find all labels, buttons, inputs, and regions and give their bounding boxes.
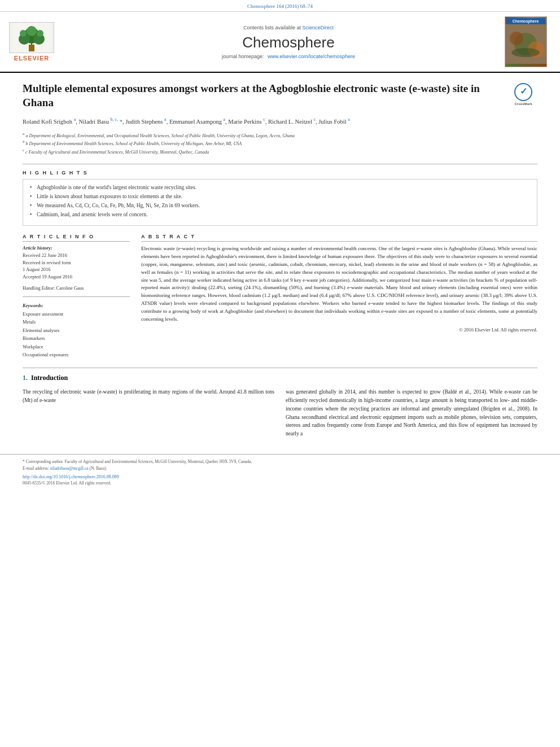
copyright-line: © 2016 Elsevier Ltd. All rights reserved… (141, 327, 537, 333)
svg-point-6 (27, 26, 37, 36)
elsevier-tree-logo (9, 22, 54, 53)
received-revised-label: Received in revised form (23, 259, 130, 267)
svg-point-7 (20, 30, 27, 37)
keywords-label: Keywords: (23, 303, 130, 308)
keywords-group: Keywords: Exposure assessment Metals Ele… (23, 303, 130, 359)
crossmark-badge: ✓ CrossMark (509, 82, 537, 107)
received-date: Received 22 June 2016 (23, 252, 130, 259)
article-title-area: Multiple elemental exposures amongst wor… (23, 82, 537, 110)
authors-line: Roland Kofi Srigboh a, Niladri Basu b, c… (23, 116, 537, 126)
highlight-item-2: Little is known about human exposures to… (30, 193, 530, 200)
journal-cover-image: Chemosphere (505, 16, 547, 67)
abstract-label: A B S T R A C T (141, 234, 537, 242)
highlights-section: H I G H L I G H T S Agbogbloshie is one … (23, 170, 537, 226)
keyword-4: Biomarkers (23, 334, 130, 342)
affiliation-c: c c Faculty of Agricultural and Environm… (23, 147, 537, 156)
affiliations-block: a a Department of Biological, Environmen… (23, 131, 537, 156)
article-info-label: A R T I C L E I N F O (23, 234, 130, 242)
page-footer: * Corresponding author. Faculty of Agric… (0, 454, 560, 492)
crossmark-label: CrossMark (514, 102, 532, 107)
affiliation-a: a a Department of Biological, Environmen… (23, 131, 537, 139)
affiliation-b: b b Department of Environmental Health S… (23, 139, 537, 147)
intro-text-right: was generated globally in 2014, and this… (286, 388, 537, 438)
svg-point-11 (510, 32, 523, 45)
divider-keywords (23, 296, 130, 297)
svg-rect-1 (29, 45, 34, 51)
svg-point-8 (37, 30, 43, 37)
received-revised-date: 1 August 2016 (23, 266, 130, 273)
journal-title: Chemosphere (242, 34, 334, 51)
journal-center-header: Contents lists available at ScienceDirec… (82, 16, 495, 67)
handling-editor-label: Handling Editor: (23, 285, 55, 291)
keyword-6: Occupational exposures (23, 351, 130, 359)
elsevier-logo-area: ELSEVIER (9, 16, 77, 67)
divider-1 (23, 164, 537, 164)
intro-section-number: 1. (23, 374, 28, 382)
accepted-date: Accepted 19 August 2016 (23, 273, 130, 281)
issn-line: 0045-6535/© 2016 Elsevier Ltd. All right… (23, 480, 537, 486)
keyword-5: Workplace (23, 343, 130, 351)
article-info-abstract-columns: A R T I C L E I N F O Article history: R… (23, 234, 537, 359)
handling-editor-name: Caroline Gaus (56, 285, 84, 291)
journal-ref-line: Chemosphere 164 (2016) 68–74 (0, 0, 560, 12)
journal-homepage-link[interactable]: www.elsevier.com/locate/chemosphere (268, 54, 355, 59)
crossmark-icon: ✓ (514, 83, 532, 101)
keyword-2: Metals (23, 318, 130, 326)
article-title-text: Multiple elemental exposures amongst wor… (23, 82, 480, 108)
journal-homepage-line: journal homepage: www.elsevier.com/locat… (222, 54, 355, 59)
highlights-box: Agbogbloshie is one of the world's large… (23, 179, 537, 226)
highlight-item-4: Cadmium, lead, and arsenic levels were o… (30, 211, 530, 219)
elsevier-wordmark: ELSEVIER (14, 55, 49, 62)
article-info-column: A R T I C L E I N F O Article history: R… (23, 234, 130, 359)
email-suffix: (N. Basu). (90, 466, 107, 471)
handling-editor-line: Handling Editor: Caroline Gaus (23, 285, 130, 291)
introduction-section: 1. Introduction The recycling of electro… (23, 374, 537, 438)
article-history-group: Article history: Received 22 June 2016 R… (23, 245, 130, 281)
intro-col-right: was generated globally in 2014, and this… (286, 388, 537, 438)
svg-point-13 (511, 48, 540, 57)
email-label: E-mail address: (23, 466, 49, 471)
doi-link[interactable]: http://dx.doi.org/10.1016/j.chemosphere.… (23, 474, 119, 479)
main-content: Multiple elemental exposures amongst wor… (0, 73, 560, 454)
journal-header: ELSEVIER Contents lists available at Sci… (0, 12, 560, 73)
highlight-item-1: Agbogbloshie is one of the world's large… (30, 184, 530, 191)
abstract-text: Electronic waste (e-waste) recycling is … (141, 245, 537, 324)
contents-available-line: Contents lists available at ScienceDirec… (243, 25, 334, 30)
email-address[interactable]: niladribasu@mcgill.ca (50, 466, 89, 471)
page-wrapper: Chemosphere 164 (2016) 68–74 (0, 0, 560, 492)
intro-section-title: Introduction (31, 374, 68, 382)
email-note: E-mail address: niladribasu@mcgill.ca (N… (23, 466, 537, 471)
elsevier-logo: ELSEVIER (9, 22, 54, 62)
intro-columns: The recycling of electronic waste (e-was… (23, 388, 537, 438)
keyword-3: Elemental analyses (23, 326, 130, 334)
corresponding-note: * Corresponding author. Faculty of Agric… (23, 459, 537, 464)
journal-cover-area: Chemosphere (500, 16, 551, 67)
highlights-label: H I G H L I G H T S (23, 170, 537, 176)
intro-col-left: The recycling of electronic waste (e-was… (23, 388, 274, 438)
intro-text-left: The recycling of electronic waste (e-was… (23, 388, 274, 404)
sciencedirect-link[interactable]: ScienceDirect (303, 25, 334, 30)
divider-intro (23, 368, 537, 368)
abstract-column: A B S T R A C T Electronic waste (e-wast… (141, 234, 537, 359)
history-label: Article history: (23, 245, 130, 251)
highlight-item-3: We measured As, Cd, Cr, Co, Cu, Fe, Pb, … (30, 202, 530, 209)
keyword-1: Exposure assessment (23, 310, 130, 318)
